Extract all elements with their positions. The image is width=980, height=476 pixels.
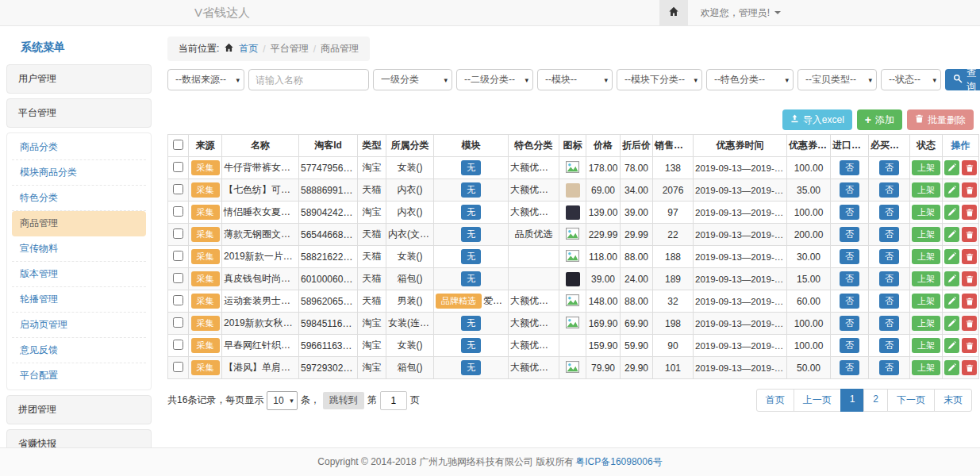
sidebar-item-宣传物料[interactable]: 宣传物料 (12, 236, 146, 262)
module-badge[interactable]: 品牌精选 (436, 294, 482, 308)
sidebar-item-启动页管理[interactable]: 启动页管理 (12, 313, 146, 338)
must-buy-toggle-badge[interactable]: 否 (879, 294, 899, 308)
jump-page-input[interactable] (380, 391, 407, 410)
module-badge[interactable]: 无 (461, 249, 481, 263)
import-excel-button[interactable]: 导入excel (782, 109, 852, 130)
status-badge[interactable]: 上架 (912, 294, 940, 308)
icp-link[interactable]: 粤ICP备16098006号 (575, 455, 662, 469)
module-badge[interactable]: 无 (461, 227, 481, 241)
delete-button[interactable] (962, 205, 977, 220)
edit-button[interactable] (944, 316, 959, 331)
edit-button[interactable] (944, 360, 959, 375)
breadcrumb-home-link[interactable]: 首页 (239, 42, 258, 56)
batch-delete-button[interactable]: 批量删除 (907, 109, 974, 130)
must-buy-toggle-badge[interactable]: 否 (879, 271, 899, 286)
filter-select[interactable]: --状态-- (881, 69, 941, 90)
sidebar-item-意见反馈[interactable]: 意见反馈 (12, 338, 146, 363)
import-toggle-badge[interactable]: 否 (840, 294, 859, 308)
module-badge[interactable]: 无 (461, 338, 481, 352)
import-toggle-badge[interactable]: 否 (840, 182, 859, 197)
page-button-首页[interactable]: 首页 (756, 389, 794, 412)
row-checkbox[interactable] (173, 184, 183, 194)
module-badge[interactable]: 无 (461, 271, 481, 286)
module-badge[interactable]: 无 (461, 316, 481, 330)
import-toggle-badge[interactable]: 否 (840, 316, 859, 330)
row-checkbox[interactable] (173, 295, 183, 305)
status-badge[interactable]: 上架 (912, 271, 940, 286)
import-toggle-badge[interactable]: 否 (840, 249, 859, 263)
row-checkbox[interactable] (173, 162, 183, 172)
page-button-末页[interactable]: 末页 (934, 389, 972, 412)
select-all-checkbox[interactable] (173, 140, 183, 150)
delete-button[interactable] (962, 227, 977, 242)
import-toggle-badge[interactable]: 否 (840, 160, 859, 175)
status-badge[interactable]: 上架 (912, 360, 940, 374)
filter-select[interactable]: 一级分类 (373, 69, 452, 90)
delete-button[interactable] (962, 271, 977, 286)
status-badge[interactable]: 上架 (912, 205, 940, 219)
module-badge[interactable]: 无 (461, 360, 481, 374)
import-toggle-badge[interactable]: 否 (840, 205, 859, 219)
search-button[interactable]: 查询 (945, 69, 980, 90)
page-size-select[interactable]: 10 (267, 391, 297, 410)
sidebar-item-版本管理[interactable]: 版本管理 (12, 262, 146, 287)
row-checkbox[interactable] (173, 228, 183, 239)
name-search-input[interactable] (248, 69, 369, 90)
module-badge[interactable]: 无 (461, 182, 481, 197)
sidebar-item-模块商品分类[interactable]: 模块商品分类 (12, 160, 146, 186)
must-buy-toggle-badge[interactable]: 否 (879, 227, 899, 241)
must-buy-toggle-badge[interactable]: 否 (879, 360, 899, 374)
edit-button[interactable] (944, 160, 959, 175)
page-button-上一页[interactable]: 上一页 (794, 389, 841, 412)
page-button-2[interactable]: 2 (863, 389, 888, 412)
must-buy-toggle-badge[interactable]: 否 (879, 338, 899, 352)
row-checkbox[interactable] (173, 317, 183, 328)
sidebar-item-平台管理[interactable]: 平台管理 (6, 98, 152, 128)
sidebar-item-用户管理[interactable]: 用户管理 (6, 64, 152, 94)
import-toggle-badge[interactable]: 否 (840, 338, 859, 352)
page-button-下一页[interactable]: 下一页 (887, 389, 935, 412)
jump-button[interactable]: 跳转到 (323, 392, 364, 409)
status-badge[interactable]: 上架 (912, 182, 940, 197)
delete-button[interactable] (962, 182, 977, 198)
page-button-1[interactable]: 1 (840, 389, 865, 412)
must-buy-toggle-badge[interactable]: 否 (879, 316, 899, 330)
status-badge[interactable]: 上架 (912, 249, 940, 263)
sidebar-item-特色分类[interactable]: 特色分类 (12, 186, 146, 211)
import-toggle-badge[interactable]: 否 (840, 271, 859, 286)
filter-select[interactable]: --二级分类-- (456, 69, 533, 90)
module-badge[interactable]: 无 (461, 160, 481, 175)
status-badge[interactable]: 上架 (912, 227, 940, 241)
filter-select[interactable]: --宝贝类型-- (797, 69, 877, 90)
delete-button[interactable] (962, 160, 977, 175)
import-toggle-badge[interactable]: 否 (840, 227, 859, 241)
filter-select[interactable]: --特色分类-- (706, 69, 794, 90)
sidebar-item-商品管理[interactable]: 商品管理 (12, 211, 146, 236)
row-checkbox[interactable] (173, 340, 183, 350)
status-badge[interactable]: 上架 (912, 338, 940, 352)
edit-button[interactable] (944, 205, 959, 220)
sidebar-item-平台配置[interactable]: 平台配置 (12, 363, 146, 388)
sidebar-item-商品分类[interactable]: 商品分类 (12, 135, 146, 160)
edit-button[interactable] (944, 182, 959, 198)
delete-button[interactable] (962, 294, 977, 309)
import-toggle-badge[interactable]: 否 (840, 360, 859, 374)
status-badge[interactable]: 上架 (912, 316, 940, 330)
must-buy-toggle-badge[interactable]: 否 (879, 249, 899, 263)
delete-button[interactable] (962, 249, 977, 264)
user-menu[interactable]: 欢迎您，管理员! (688, 0, 794, 25)
row-checkbox[interactable] (173, 251, 183, 261)
edit-button[interactable] (944, 338, 959, 353)
sidebar-item-拼团管理[interactable]: 拼团管理 (6, 395, 152, 424)
edit-button[interactable] (944, 271, 959, 286)
add-button[interactable]: + 添加 (857, 109, 902, 130)
filter-select[interactable]: --模块下分类-- (617, 69, 702, 90)
filter-select-source[interactable]: --数据来源-- (167, 69, 244, 90)
must-buy-toggle-badge[interactable]: 否 (879, 182, 899, 197)
home-button[interactable] (659, 0, 688, 25)
must-buy-toggle-badge[interactable]: 否 (879, 205, 899, 219)
edit-button[interactable] (944, 249, 959, 264)
delete-button[interactable] (962, 316, 977, 331)
row-checkbox[interactable] (173, 362, 183, 372)
filter-select[interactable]: --模块-- (537, 69, 613, 90)
